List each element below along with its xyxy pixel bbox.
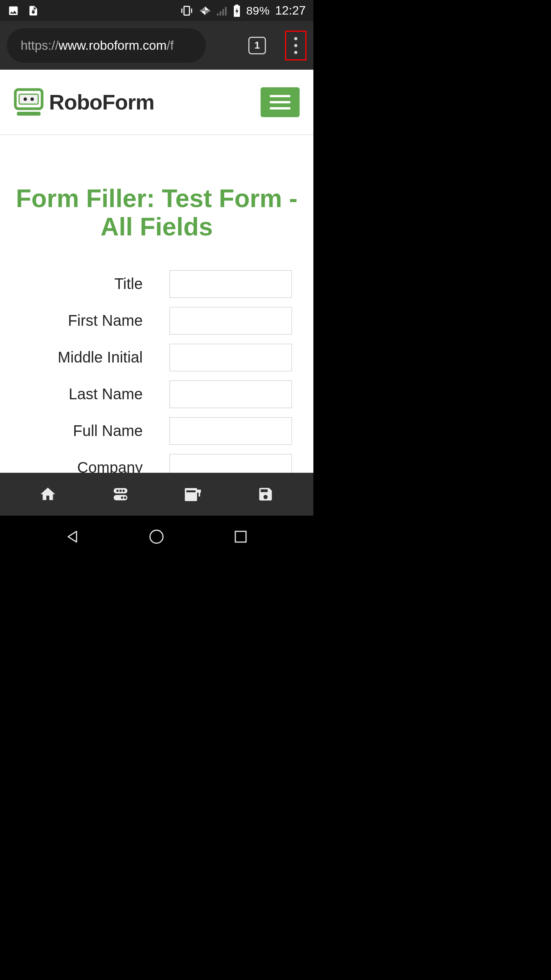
save-icon [257,486,274,503]
svg-point-20 [121,497,123,499]
webpage-content[interactable]: RoboForm Form Filler: Test Form - All Fi… [0,70,313,473]
browser-menu-button[interactable] [285,31,306,60]
cell-signal-icon [217,6,228,16]
back-button[interactable] [50,525,96,548]
svg-point-18 [122,490,125,492]
input-first-name[interactable] [170,307,292,335]
input-company[interactable] [170,454,292,473]
svg-rect-3 [191,8,192,13]
label-title: Title [21,275,143,292]
brand-logo[interactable]: RoboForm [14,87,154,117]
kebab-dot-icon [294,44,297,47]
url-scheme: https:// [21,38,59,53]
battery-charging-icon [233,5,241,17]
svg-rect-14 [17,112,41,116]
tab-switcher-button[interactable]: 1 [248,37,266,54]
triangle-back-icon [65,529,80,544]
svg-rect-25 [199,493,200,497]
label-middle-initial: Middle Initial [21,349,143,366]
input-title[interactable] [170,270,292,298]
svg-rect-2 [181,8,183,13]
input-full-name[interactable] [170,417,292,445]
url-bar[interactable]: https://www.roboform.com/f [7,28,206,63]
form-row-full-name: Full Name [21,415,292,447]
tab-count-text: 1 [254,39,260,51]
actions-button[interactable] [98,483,143,506]
svg-point-17 [119,490,122,492]
clock-text: 12:27 [275,3,306,18]
brand-text: RoboForm [49,90,154,114]
browser-toolbar: https://www.roboform.com/f 1 [0,21,313,70]
input-middle-initial[interactable] [170,344,292,371]
hamburger-bar-icon [270,95,290,97]
form-row-company: Company [21,452,292,473]
svg-rect-7 [225,7,227,15]
label-first-name: First Name [21,312,143,329]
home-nav-button[interactable] [134,525,179,548]
android-nav-bar [0,516,313,557]
svg-rect-24 [197,490,201,493]
hamburger-bar-icon [270,107,290,109]
form-row-title: Title [21,268,292,300]
svg-text:?: ? [32,9,35,14]
svg-point-13 [31,97,34,101]
form-row-middle-initial: Middle Initial [21,341,292,374]
label-full-name: Full Name [21,422,143,439]
svg-rect-22 [185,488,197,501]
wifi-icon [199,5,212,16]
kebab-dot-icon [294,51,297,54]
recents-button[interactable] [218,525,264,548]
input-last-name[interactable] [170,381,292,408]
document-icon: ? [28,5,39,16]
test-form: Title First Name Middle Initial Last Nam… [0,264,313,473]
svg-point-12 [24,97,27,101]
vibrate-icon [180,5,193,16]
card-key-icon [183,485,202,503]
label-company: Company [21,459,143,473]
svg-rect-23 [186,490,196,492]
square-recents-icon [234,530,248,544]
form-row-last-name: Last Name [21,378,292,410]
dots-toggle-icon [111,485,130,503]
svg-rect-27 [235,531,246,542]
save-button[interactable] [243,483,289,506]
kebab-dot-icon [294,37,297,40]
site-menu-button[interactable] [261,87,300,117]
site-header: RoboForm [0,70,313,135]
url-path: /f [166,38,173,53]
battery-percentage: 89% [246,4,270,17]
svg-rect-4 [217,13,218,16]
fill-button[interactable] [170,483,216,506]
label-last-name: Last Name [21,385,143,403]
page-title: Form Filler: Test Form - All Fields [0,135,313,264]
svg-rect-9 [235,5,238,6]
hamburger-bar-icon [270,101,290,103]
roboform-logo-icon [14,87,44,117]
status-right-group: 89% 12:27 [180,3,306,18]
circle-home-icon [148,529,165,545]
home-button[interactable] [25,483,71,506]
svg-point-26 [150,530,163,543]
svg-point-16 [116,490,119,492]
svg-rect-6 [222,9,224,15]
status-left-icons: ? [8,5,39,16]
svg-rect-11 [19,94,38,104]
picture-icon [8,5,19,16]
app-bottom-toolbar [0,473,313,516]
url-domain: www.roboform.com [59,38,166,53]
svg-point-21 [124,497,126,499]
form-row-first-name: First Name [21,305,292,337]
home-icon [39,485,57,503]
svg-rect-1 [184,6,189,15]
android-status-bar: ? 89% 12:27 [0,0,313,21]
svg-rect-5 [220,11,221,15]
